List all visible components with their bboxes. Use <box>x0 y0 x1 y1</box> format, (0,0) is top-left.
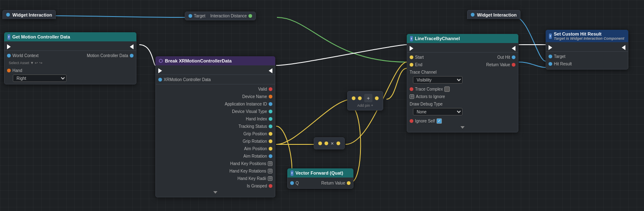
grip-rotation-pin[interactable] <box>269 139 272 143</box>
trace-channel-dropdown[interactable]: Visibility Camera WorldStatic <box>413 76 463 84</box>
hand-label: Hand <box>12 68 22 73</box>
exec-out-pin[interactable] <box>622 45 625 50</box>
actors-ignore-pin[interactable]: ⊞ <box>410 94 414 99</box>
hand-key-positions-pin[interactable]: ⊞ <box>268 161 272 166</box>
exec-out-pin[interactable] <box>512 46 515 51</box>
addpin-in2[interactable] <box>358 96 362 100</box>
trace-complex-label: Trace Complex <box>415 87 443 91</box>
is-grasped-pin[interactable] <box>269 184 272 188</box>
interaction-distance-node[interactable]: Target Interaction Distance <box>185 12 256 20</box>
hand-key-radii-label: Hand Key Radii <box>238 176 266 181</box>
widget-interaction-node-right[interactable]: Widget Interaction <box>467 10 520 19</box>
hit-result-label: Hit Result <box>554 62 572 66</box>
node-output-pin[interactable] <box>471 13 475 17</box>
actors-ignore-label: Actors to Ignore <box>416 94 445 99</box>
widget-interaction-node-left[interactable]: Widget Interaction <box>2 10 56 19</box>
valid-pin[interactable] <box>269 87 272 91</box>
mult-in2[interactable] <box>324 141 328 145</box>
device-visual-pin[interactable] <box>269 110 272 113</box>
break-xr-node[interactable]: ⬡ Break XRMotionControllerData XRMotion … <box>155 56 275 197</box>
motion-data-label: Motion Controller Data <box>87 53 128 58</box>
tracking-status-pin[interactable] <box>269 125 272 128</box>
mult-in1[interactable] <box>318 141 322 145</box>
ignore-self-pin[interactable] <box>410 119 413 123</box>
hand-key-rotations-label: Hand Key Rotations <box>229 169 266 173</box>
node-title: Break XRMotionControllerData <box>165 58 231 63</box>
end-label: End <box>415 62 422 67</box>
node-title: Widget Interaction <box>477 12 517 17</box>
aim-rotation-label: Aim Rotation <box>243 154 267 158</box>
world-context-pin[interactable] <box>7 54 11 58</box>
world-context-label: World Context <box>12 53 38 58</box>
exec-out-pin[interactable] <box>130 44 134 49</box>
trace-channel-label: Trace Channel <box>410 70 436 74</box>
aim-rotation-pin[interactable] <box>269 154 272 158</box>
aim-position-label: Aim Position <box>244 146 267 151</box>
aim-position-pin[interactable] <box>269 147 272 151</box>
draw-debug-label: Draw Debug Type <box>410 102 443 106</box>
addpin-in1[interactable] <box>352 96 355 100</box>
exec-out-pin[interactable] <box>269 68 272 73</box>
is-grasped-label: Is Grasped <box>247 184 267 188</box>
exec-in-pin[interactable] <box>158 68 162 73</box>
multiply-icon: × <box>331 140 334 146</box>
set-custom-hit-node[interactable]: f Set Custom Hit Result Target is Widget… <box>546 30 628 70</box>
hand-key-rotations-pin[interactable]: ⊞ <box>268 169 272 173</box>
valid-label: Valid <box>258 87 267 91</box>
exec-in-pin[interactable] <box>549 45 552 50</box>
expand-chevron[interactable] <box>460 126 465 129</box>
return-value-label2: Return Value <box>486 62 510 67</box>
device-name-label: Device Name <box>242 94 267 99</box>
motion-data-pin[interactable] <box>130 54 134 58</box>
hand-key-radii-pin[interactable]: ⊞ <box>268 176 272 181</box>
line-trace-node[interactable]: f LineTraceByChannel Start Out Hit <box>407 34 518 132</box>
node-title: Vector Forward (Quat) <box>296 170 343 175</box>
add-pin-label: Add pin + <box>352 103 379 108</box>
target-input-pin[interactable] <box>188 14 192 18</box>
start-label: Start <box>415 55 424 60</box>
ignore-self-checkbox[interactable]: ✓ <box>436 118 442 124</box>
func-icon: f <box>549 34 552 39</box>
node-title: Set Custom Hit Result <box>554 31 625 36</box>
get-motion-controller-node[interactable]: f Get Motion Controller Data World Conte… <box>4 32 136 84</box>
device-name-pin[interactable] <box>269 95 272 98</box>
draw-debug-dropdown[interactable]: None ForOneFrame ForDuration Persistent <box>413 108 463 115</box>
addpin-out[interactable] <box>375 96 379 100</box>
app-instance-label: Application Instance ID <box>225 102 267 106</box>
hand-index-pin[interactable] <box>269 117 272 121</box>
grip-position-label: Grip Position <box>243 132 267 136</box>
interaction-distance-pin[interactable] <box>248 14 252 18</box>
exec-in-pin[interactable] <box>7 44 11 49</box>
hand-dropdown[interactable]: Right Left Any <box>13 74 67 82</box>
target-pin[interactable] <box>549 55 552 58</box>
hand-key-positions-label: Hand Key Positions <box>230 161 266 166</box>
return-value-pin[interactable] <box>347 181 351 185</box>
node-subtitle: Target is Widget Interaction Component <box>554 36 625 41</box>
node-output-pin[interactable] <box>6 13 10 17</box>
q-label: Q <box>296 181 299 185</box>
hand-pin[interactable] <box>7 69 11 72</box>
func-icon: f <box>410 36 413 41</box>
ignore-self-label: Ignore Self <box>415 119 435 123</box>
mult-out[interactable] <box>336 141 340 145</box>
out-hit-pin[interactable] <box>512 55 515 59</box>
return-value-pin2[interactable] <box>512 63 515 67</box>
expand-chevron[interactable] <box>213 191 217 194</box>
hit-result-pin[interactable] <box>549 62 552 66</box>
interaction-distance-label: Interaction Distance <box>210 14 247 18</box>
add-pin-node[interactable]: + Add pin + <box>347 91 383 110</box>
end-pin[interactable] <box>410 63 413 67</box>
q-input-pin[interactable] <box>290 181 294 185</box>
multiply-node[interactable]: × <box>314 137 345 149</box>
node-title: LineTraceByChannel <box>415 36 460 41</box>
trace-complex-checkbox[interactable] <box>444 86 450 92</box>
trace-complex-pin[interactable] <box>410 87 413 91</box>
hand-index-label: Hand Index <box>246 117 267 121</box>
exec-in-pin[interactable] <box>410 46 413 51</box>
start-pin[interactable] <box>410 55 413 59</box>
xr-input-pin[interactable] <box>158 78 162 82</box>
node-title: Widget Interaction <box>12 12 52 17</box>
app-instance-pin[interactable] <box>269 102 272 106</box>
vector-forward-node[interactable]: f Vector Forward (Quat) Q Return Value <box>287 168 353 189</box>
grip-position-pin[interactable] <box>269 132 272 136</box>
